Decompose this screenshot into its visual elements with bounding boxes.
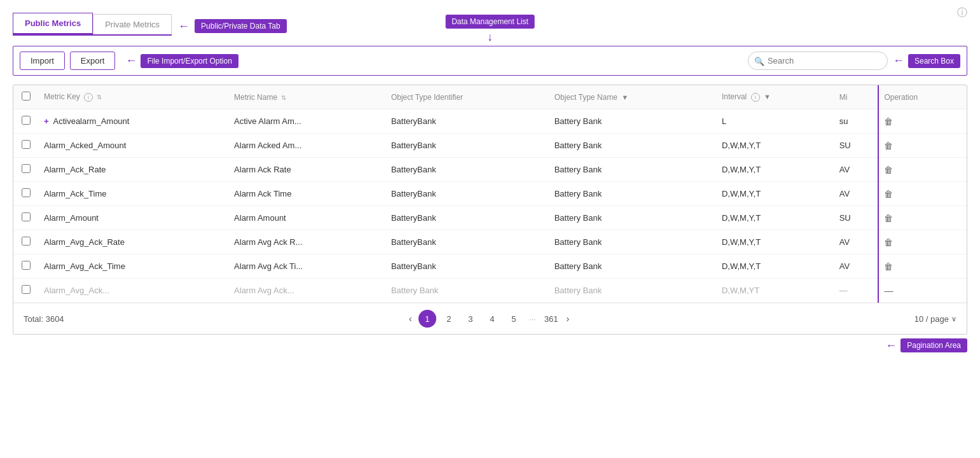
- pagination-total: Total: 3604: [24, 314, 64, 324]
- per-page-selector[interactable]: 10 / page ∨: [914, 314, 956, 324]
- row-interval: D,W,M,Y,T: [717, 254, 834, 279]
- row-checkbox-cell: [13, 206, 39, 230]
- table-row: Alarm_Avg_Ack_Rate Alarm Avg Ack R... Ba…: [13, 230, 967, 254]
- metric-name-sort-icon[interactable]: ⇅: [281, 94, 286, 101]
- row-object-type-id: BatteryBank: [386, 206, 549, 230]
- annotation-search-box: Search Box: [908, 54, 960, 68]
- row-checkbox[interactable]: [22, 116, 31, 125]
- delete-button[interactable]: 🗑: [884, 213, 893, 223]
- row-metric-name: Alarm Acked Am...: [229, 134, 386, 158]
- row-checkbox[interactable]: [22, 237, 31, 246]
- table-row: Alarm_Ack_Rate Alarm Ack Rate BatteryBan…: [13, 158, 967, 182]
- expand-btn[interactable]: +: [44, 116, 49, 126]
- pagination-ellipsis: ···: [527, 314, 539, 324]
- row-object-type-name: Battery Bank: [549, 279, 717, 303]
- delete-button[interactable]: —: [884, 286, 893, 296]
- row-object-type-id: Battery Bank: [386, 279, 549, 303]
- row-object-type-id: BatteryBank: [386, 134, 549, 158]
- row-object-type-id: BatteryBank: [386, 158, 549, 182]
- metric-key-sort-icon[interactable]: ⇅: [97, 94, 102, 101]
- row-interval: D,W,M,Y,T: [717, 134, 834, 158]
- row-interval: D,W,M,Y,T: [717, 230, 834, 254]
- row-checkbox[interactable]: [22, 212, 31, 221]
- row-mi: SU: [834, 206, 879, 230]
- table-row: Alarm_Avg_Ack_Time Alarm Avg Ack Ti... B…: [13, 254, 967, 279]
- row-object-type-id: BatteryBank: [386, 254, 549, 279]
- row-operation: 🗑: [878, 134, 967, 158]
- row-metric-name: Alarm Avg Ack Ti...: [229, 254, 386, 279]
- table-row-partial: Alarm_Avg_Ack... Alarm Avg Ack... Batter…: [13, 279, 967, 303]
- row-operation: 🗑: [878, 109, 967, 134]
- annotation-data-management: Data Management List: [445, 15, 535, 29]
- row-object-type-name: Battery Bank: [549, 134, 717, 158]
- col-operation: Operation: [878, 85, 967, 109]
- row-checkbox[interactable]: [22, 285, 31, 294]
- page-5[interactable]: 5: [505, 310, 523, 328]
- col-metric-key: Metric Key i ⇅: [39, 85, 229, 109]
- row-checkbox[interactable]: [22, 164, 31, 173]
- row-checkbox[interactable]: [22, 140, 31, 149]
- col-checkbox: [13, 85, 39, 109]
- object-type-name-filter-icon[interactable]: ▼: [621, 94, 628, 101]
- interval-info-icon[interactable]: i: [751, 93, 760, 102]
- pagination-next[interactable]: ›: [564, 314, 572, 324]
- col-object-type-name: Object Type Name ▼: [549, 85, 717, 109]
- row-object-type-id: BatteryBank: [386, 230, 549, 254]
- row-object-type-id: BatteryBank: [386, 182, 549, 206]
- page-last[interactable]: 361: [542, 310, 560, 328]
- row-object-type-name: Battery Bank: [549, 109, 717, 134]
- row-interval: D,W,M,Y,T: [717, 206, 834, 230]
- row-mi: su: [834, 109, 879, 134]
- pagination-row: Total: 3604 ‹ 1 2 3 4 5 ··· 361 › 10 / p…: [13, 303, 967, 334]
- export-button[interactable]: Export: [70, 52, 116, 70]
- search-input[interactable]: [748, 52, 888, 70]
- row-metric-key: Alarm_Ack_Time: [39, 182, 229, 206]
- tab-private-metrics[interactable]: Private Metrics: [93, 14, 172, 34]
- delete-button[interactable]: 🗑: [884, 261, 893, 272]
- tab-public-metrics[interactable]: Public Metrics: [13, 13, 93, 34]
- row-checkbox-cell: [13, 254, 39, 279]
- delete-button[interactable]: 🗑: [884, 237, 893, 247]
- table-row: Alarm_Ack_Time Alarm Ack Time BatteryBan…: [13, 182, 967, 206]
- delete-button[interactable]: 🗑: [884, 189, 893, 199]
- row-object-type-name: Battery Bank: [549, 230, 717, 254]
- annotation-pagination-area: Pagination Area: [901, 338, 967, 352]
- select-all-checkbox[interactable]: [22, 92, 31, 101]
- delete-button[interactable]: 🗑: [884, 141, 893, 151]
- row-operation: 🗑: [878, 230, 967, 254]
- col-interval: Interval i ▼: [717, 85, 834, 109]
- row-object-type-name: Battery Bank: [549, 182, 717, 206]
- import-button[interactable]: Import: [20, 52, 65, 70]
- page-1[interactable]: 1: [418, 310, 436, 328]
- row-checkbox-cell: [13, 109, 39, 134]
- page-2[interactable]: 2: [440, 310, 458, 328]
- row-interval: D,W,M,Y,T: [717, 158, 834, 182]
- row-checkbox[interactable]: [22, 261, 31, 270]
- pagination-pages: ‹ 1 2 3 4 5 ··· 361 ›: [64, 310, 914, 328]
- metric-key-info-icon[interactable]: i: [84, 93, 93, 102]
- page-3[interactable]: 3: [462, 310, 480, 328]
- row-metric-key: Alarm_Avg_Ack...: [39, 279, 229, 303]
- row-operation: 🗑: [878, 158, 967, 182]
- col-mi: Mi: [834, 85, 879, 109]
- row-checkbox[interactable]: [22, 188, 31, 197]
- interval-filter-icon[interactable]: ▼: [764, 93, 771, 101]
- row-operation: 🗑: [878, 206, 967, 230]
- row-metric-name: Alarm Avg Ack...: [229, 279, 386, 303]
- row-operation: —: [878, 279, 967, 303]
- delete-button[interactable]: 🗑: [884, 116, 893, 127]
- table-row: + Activealarm_Amount Active Alarm Am... …: [13, 109, 967, 134]
- delete-button[interactable]: 🗑: [884, 165, 893, 175]
- row-mi: AV: [834, 158, 879, 182]
- row-mi: AV: [834, 254, 879, 279]
- page-4[interactable]: 4: [483, 310, 501, 328]
- row-metric-key: Alarm_Avg_Ack_Rate: [39, 230, 229, 254]
- per-page-arrow-icon: ∨: [951, 315, 956, 323]
- row-metric-key: Alarm_Ack_Rate: [39, 158, 229, 182]
- table-row: Alarm_Acked_Amount Alarm Acked Am... Bat…: [13, 134, 967, 158]
- row-mi: AV: [834, 182, 879, 206]
- row-checkbox-cell: [13, 182, 39, 206]
- row-checkbox-cell: [13, 279, 39, 303]
- row-object-type-id: BatteryBank: [386, 109, 549, 134]
- pagination-prev[interactable]: ‹: [406, 314, 415, 324]
